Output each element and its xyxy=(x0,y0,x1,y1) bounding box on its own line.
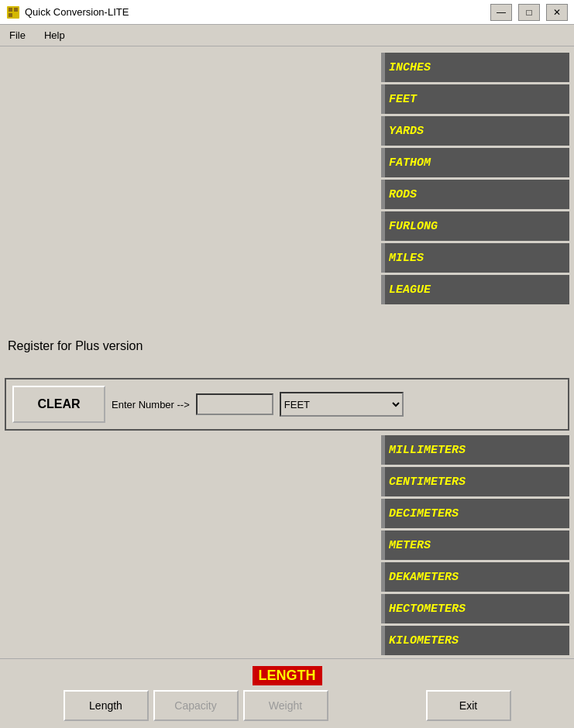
main-content: Register for Plus version INCHES FEET YA… xyxy=(0,46,574,728)
unit-btn-yards[interactable]: YARDS xyxy=(381,116,569,146)
app-icon xyxy=(6,5,20,19)
unit-dropdown[interactable]: FEET INCHES YARDS FATHOM RODS FURLONG MI… xyxy=(280,392,404,417)
svg-rect-3 xyxy=(9,13,12,17)
menu-help[interactable]: Help xyxy=(38,28,71,43)
lower-area: MILLIMETERS CENTIMETERS DECIMETERS METER… xyxy=(0,432,574,658)
active-mode-label: LENGTH xyxy=(253,666,322,685)
svg-rect-1 xyxy=(9,8,12,12)
menu-file[interactable]: File xyxy=(3,28,32,43)
control-bar: CLEAR Enter Number --> FEET INCHES YARDS… xyxy=(5,378,569,431)
input-label: Enter Number --> xyxy=(112,399,190,410)
unit-btn-fathom[interactable]: FATHOM xyxy=(381,148,569,177)
minimize-button[interactable]: — xyxy=(490,4,512,21)
unit-btn-miles[interactable]: MILES xyxy=(381,243,569,273)
unit-btn-inches[interactable]: INCHES xyxy=(381,53,569,82)
unit-btn-millimeters[interactable]: MILLIMETERS xyxy=(381,435,569,465)
upper-units-panel: INCHES FEET YARDS FATHOM RODS FURLONG MI… xyxy=(376,46,574,376)
svg-rect-2 xyxy=(14,8,18,12)
title-bar: Quick Conversion-LITE — □ ✕ xyxy=(0,0,574,25)
unit-btn-decimeters[interactable]: DECIMETERS xyxy=(381,499,569,528)
length-button[interactable]: Length xyxy=(64,690,149,721)
unit-btn-feet[interactable]: FEET xyxy=(381,84,569,114)
maximize-button[interactable]: □ xyxy=(518,4,540,21)
left-panel: Register for Plus version xyxy=(0,46,376,376)
unit-btn-kilometers[interactable]: KILOMETERS xyxy=(381,626,569,655)
bottom-buttons: Length Capacity Weight Exit xyxy=(64,690,511,721)
close-button[interactable]: ✕ xyxy=(546,4,568,21)
unit-btn-centimeters[interactable]: CENTIMETERS xyxy=(381,467,569,496)
unit-btn-meters[interactable]: METERS xyxy=(381,531,569,560)
capacity-button[interactable]: Capacity xyxy=(153,690,239,721)
bottom-bar: LENGTH Length Capacity Weight Exit xyxy=(0,658,574,728)
clear-button[interactable]: CLEAR xyxy=(12,386,105,423)
unit-btn-dekameters[interactable]: DEKAMETERS xyxy=(381,562,569,592)
unit-btn-league[interactable]: LEAGUE xyxy=(381,275,569,304)
unit-btn-hectometers[interactable]: HECTOMETERS xyxy=(381,594,569,623)
weight-button[interactable]: Weight xyxy=(243,690,328,721)
exit-button[interactable]: Exit xyxy=(426,690,511,721)
unit-btn-furlong[interactable]: FURLONG xyxy=(381,211,569,241)
upper-area: Register for Plus version INCHES FEET YA… xyxy=(0,46,574,376)
number-input[interactable] xyxy=(196,393,273,415)
register-text: Register for Plus version xyxy=(8,339,369,353)
svg-rect-4 xyxy=(14,13,18,17)
title-bar-controls: — □ ✕ xyxy=(490,4,568,21)
title-bar-left: Quick Conversion-LITE xyxy=(6,5,129,19)
unit-btn-rods[interactable]: RODS xyxy=(381,180,569,209)
window-title: Quick Conversion-LITE xyxy=(25,6,129,18)
lower-left-panel xyxy=(0,432,376,658)
lower-units-panel: MILLIMETERS CENTIMETERS DECIMETERS METER… xyxy=(376,432,574,658)
menu-bar: File Help xyxy=(0,25,574,46)
